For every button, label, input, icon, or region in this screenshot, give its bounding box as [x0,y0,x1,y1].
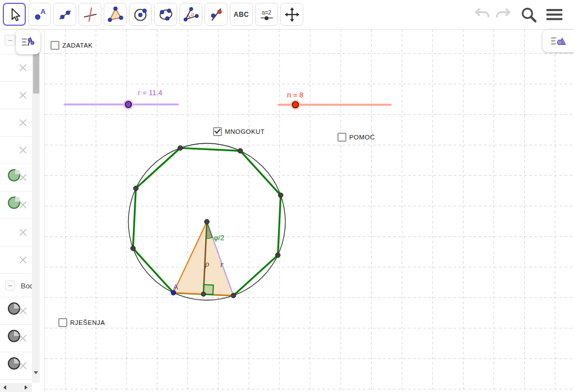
graphics-stylebar-button[interactable] [543,30,574,52]
perpendicular-line-icon [82,6,99,23]
polygon-icon [107,6,124,23]
delete-icon[interactable] [18,146,27,155]
vertex-a-label: A [173,283,178,291]
radius-label: r [220,260,224,269]
delete-icon[interactable] [18,306,27,315]
collapse-section-button[interactable]: − [5,281,15,291]
delete-icon[interactable] [18,228,27,237]
delete-icon[interactable] [18,255,27,264]
checkbox-label: POMOĆ [349,134,375,141]
object-list-top [0,54,32,274]
checkbox-label: ZADATAK [62,42,92,49]
vertical-scrollbar[interactable] [32,49,40,382]
object-row [0,54,32,82]
move-view-icon [284,6,300,23]
checkbox-label: MNOGOKUT [225,128,265,135]
point-tool-glyph: A [40,8,45,16]
delete-icon[interactable] [18,63,27,72]
central-angle-label: φ/2 [214,234,224,242]
object-row [0,164,32,192]
circle-tool-icon [132,6,149,23]
polygon-vertex [238,148,243,153]
object-row [0,82,32,109]
cursor-icon [6,6,23,23]
section-label: Bod [21,282,32,290]
redo-button[interactable] [494,5,513,24]
checkbox-label: RJEŠENJA [70,319,105,326]
scroll-left-arrow-icon[interactable] [3,385,6,390]
graphics-view[interactable]: r = 11.4 n = 8 φ/2 ρ r A [45,29,574,392]
object-row [0,246,32,274]
checkbox-box[interactable] [337,133,346,142]
tool-slider[interactable]: a=2 [255,3,278,26]
checkbox-pomoc[interactable]: POMOĆ [337,133,375,142]
checkbox-rjesenja[interactable]: RJEŠENJA [58,318,105,327]
line-icon [57,6,73,23]
delete-icon[interactable] [18,361,27,370]
polygon-vertex [178,146,183,151]
tool-circle-center-point[interactable] [129,3,152,26]
search-icon [519,5,538,24]
tool-polygon[interactable] [104,3,127,26]
tool-angle[interactable]: α [179,3,202,26]
tool-reflect-about-line[interactable] [205,3,228,26]
tool-move-graphics-view[interactable] [280,3,303,26]
hamburger-menu-icon [545,5,564,24]
search-button[interactable] [519,5,538,24]
polygon-vertex [275,253,280,258]
object-row [0,137,32,164]
apothem-label: ρ [205,259,209,268]
angle-tool-icon: α [183,6,200,23]
section-header: − Bod [0,276,32,297]
checkbox-box[interactable] [58,318,67,327]
algebra-stylebar-button[interactable] [16,30,40,54]
slider-tool-icon [261,17,273,18]
checkbox-mnogokut[interactable]: MNOGOKUT [213,127,265,136]
tool-perpendicular-line[interactable] [78,3,101,26]
slider-n-handle[interactable] [293,102,299,108]
redo-icon [494,5,513,24]
checkbox-zadatak[interactable]: ZADATAK [50,41,92,50]
center-point [205,220,210,225]
delete-icon[interactable] [18,173,27,182]
algebra-panel: − − Bod [0,29,45,392]
toolbar: A [0,0,574,30]
object-row [0,192,32,219]
delete-icon[interactable] [18,118,27,127]
delete-icon[interactable] [18,200,27,209]
menu-button[interactable] [545,5,564,24]
object-row [0,325,32,352]
scroll-down-arrow-icon[interactable] [34,371,38,374]
slider-r-label: r = 11.4 [138,88,162,97]
polygon-vertex [278,193,283,198]
tool-line[interactable] [53,3,76,26]
tool-conic-through-points[interactable] [154,3,177,26]
collapse-panel-button[interactable]: − [4,35,16,46]
scrollbar-thumb[interactable] [33,52,39,94]
angle-tool-glyph: α [191,11,194,17]
polygon-vertex [133,186,138,191]
checkbox-box-checked[interactable] [213,127,222,136]
graphics-view-icon [549,33,567,49]
polygon-vertex [131,246,136,251]
object-row [0,109,32,137]
conic-tool-icon [158,6,174,23]
delete-icon[interactable] [18,334,27,343]
scroll-right-arrow-icon[interactable] [25,385,27,390]
slider-n-label: n = 8 [287,91,303,99]
undo-icon [473,5,492,24]
point-icon: A [31,6,48,23]
object-row [0,297,32,325]
delete-icon[interactable] [18,91,27,100]
object-list-bottom [0,297,32,380]
checkbox-box[interactable] [50,41,59,50]
undo-button[interactable] [473,5,492,24]
text-tool-label: ABC [234,11,249,18]
reflect-tool-icon [208,6,225,23]
tool-point[interactable]: A [28,3,51,26]
slider-r-handle[interactable] [126,101,132,108]
object-row [0,352,32,380]
horizontal-scrollbar[interactable] [0,383,32,392]
tool-text[interactable]: ABC [230,3,253,26]
tool-move[interactable] [3,3,26,26]
